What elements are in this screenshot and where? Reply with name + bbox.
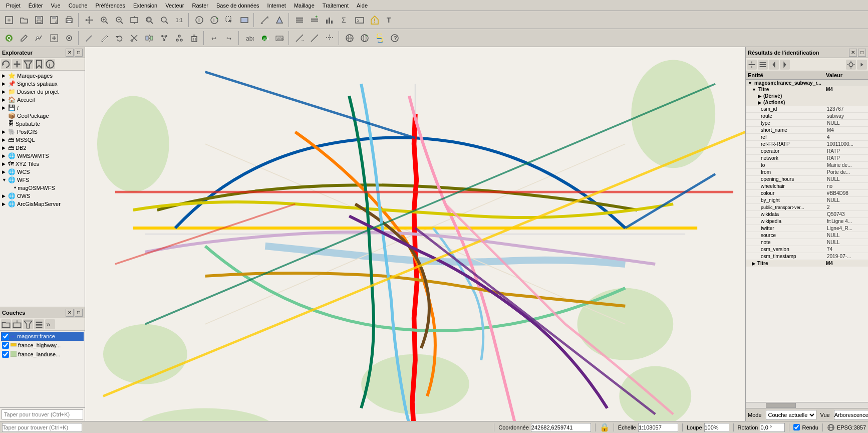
- menu-projet[interactable]: Projet: [2, 2, 25, 10]
- pan-button[interactable]: [82, 13, 96, 27]
- diag2-button[interactable]: [308, 31, 322, 45]
- horiz-scrollbar-thumb[interactable]: [766, 403, 796, 408]
- id-row-type[interactable]: type NULL: [746, 120, 868, 127]
- qgis-logo-button[interactable]: Q: [2, 31, 16, 45]
- menu-extension[interactable]: Extension: [129, 2, 161, 10]
- pencil-button[interactable]: [97, 31, 111, 45]
- zoom-out-button[interactable]: [112, 13, 126, 27]
- tree-item-accueil[interactable]: ▶ 🏠 Accueil: [1, 96, 84, 104]
- menu-internet[interactable]: Internet: [263, 2, 290, 10]
- save-as-button[interactable]: A: [47, 13, 61, 27]
- id-row-ref-fr-ratp[interactable]: ref-FR-RATP 10011000...: [746, 141, 868, 148]
- mode-select[interactable]: Couche actuelle: [766, 410, 816, 420]
- id-derive-section[interactable]: ▶ (Dérivé): [746, 93, 868, 99]
- new-layer-button[interactable]: +: [308, 13, 322, 27]
- id-row-by-night[interactable]: by_night NULL: [746, 197, 868, 204]
- sum-button[interactable]: Σ: [338, 13, 352, 27]
- zoom-in-button[interactable]: [97, 13, 111, 27]
- tree-item-wfs[interactable]: ▼ 🌐 WFS: [1, 176, 84, 184]
- statistics-button[interactable]: [323, 13, 337, 27]
- id-titre-section[interactable]: ▼ Titre M4: [746, 86, 868, 93]
- id-row-to[interactable]: to Mairie de...: [746, 162, 868, 169]
- vue-input[interactable]: [834, 410, 868, 420]
- epsg-item[interactable]: EPSG:3857: [827, 423, 866, 431]
- id-row-osm-version[interactable]: osm_version 74: [746, 246, 868, 253]
- id-prev-btn[interactable]: [769, 60, 779, 70]
- explorer-filter-btn[interactable]: [23, 59, 33, 69]
- save-project-button[interactable]: [32, 13, 46, 27]
- menu-editer[interactable]: Éditer: [25, 2, 47, 10]
- id-row-public-transport[interactable]: public_transport-ver... 2: [746, 204, 868, 211]
- loupe-input[interactable]: [704, 423, 729, 432]
- node-tool-button[interactable]: [172, 31, 186, 45]
- id-row-osm-timestamp[interactable]: osm_timestamp 2019-07-...: [746, 253, 868, 260]
- help-button[interactable]: ?: [388, 31, 402, 45]
- tree-item-xyz[interactable]: ▶ 🗺 XYZ Tiles: [1, 160, 84, 168]
- tree-item-db2[interactable]: ▶ 🗃 DB2: [1, 144, 84, 152]
- menu-preferences[interactable]: Préférences: [92, 2, 129, 10]
- console-button[interactable]: [353, 13, 367, 27]
- tree-item-signets[interactable]: ▶ 📌 Signets spatiaux: [1, 80, 84, 88]
- render-checkbox[interactable]: [793, 424, 800, 430]
- menu-vue[interactable]: Vue: [47, 2, 65, 10]
- globe-button2[interactable]: +: [358, 31, 372, 45]
- zoom-full-button[interactable]: [127, 13, 141, 27]
- map-area[interactable]: [85, 47, 745, 421]
- layers-more-btn[interactable]: »: [45, 319, 55, 329]
- zoom-selection-button[interactable]: [157, 13, 171, 27]
- id-row-wheelchair[interactable]: wheelchair no: [746, 183, 868, 190]
- tree-item-spatialite[interactable]: ▶ 🗄 SpatiaLite: [1, 120, 84, 128]
- id-collapse-btn[interactable]: [758, 60, 768, 70]
- rotation-input[interactable]: [760, 423, 785, 432]
- layer-item-highway[interactable]: france_highway...: [1, 341, 84, 350]
- cut-button[interactable]: [127, 31, 141, 45]
- id-expand-btn[interactable]: [747, 60, 757, 70]
- menu-traitement[interactable]: Traitement: [319, 2, 353, 10]
- id-row-twitter[interactable]: twitter Ligne4_R...: [746, 225, 868, 232]
- id-feature-root[interactable]: ▼ magosm:france_subway_r...: [746, 80, 868, 86]
- vertex-tool-button[interactable]: [157, 31, 171, 45]
- restore-button[interactable]: ↩: [207, 31, 221, 45]
- diag-button[interactable]: →: [293, 31, 307, 45]
- id-row-osm-id[interactable]: osm_id 123767: [746, 106, 868, 113]
- layers-close-btn[interactable]: ✕: [66, 309, 74, 317]
- zoom-layer-button[interactable]: [142, 13, 156, 27]
- explorer-float-btn[interactable]: □: [75, 49, 83, 57]
- id-row-short-name[interactable]: short_name M4: [746, 127, 868, 134]
- id-settings-btn[interactable]: [846, 60, 856, 70]
- menu-couche[interactable]: Couche: [65, 2, 92, 10]
- menu-raster[interactable]: Raster: [188, 2, 212, 10]
- tree-item-marque-pages[interactable]: ▶ ⭐ Marque-pages: [1, 72, 84, 80]
- search-input[interactable]: [2, 409, 83, 419]
- explorer-refresh-btn[interactable]: [1, 59, 11, 69]
- id-row-ref[interactable]: ref 4: [746, 134, 868, 141]
- tree-item-magosm-wfs[interactable]: ▶ • magOSM-WFS: [1, 184, 84, 192]
- layer-info-button[interactable]: [293, 13, 307, 27]
- tree-item-geopackage[interactable]: ▶ 📦 GeoPackage: [1, 112, 84, 120]
- layer-item-magosm[interactable]: 〰 magosm:france: [1, 332, 84, 341]
- tree-item-ows[interactable]: ▶ 🌐 OWS: [1, 192, 84, 200]
- delete-button[interactable]: [187, 31, 201, 45]
- layers-open-btn[interactable]: [1, 319, 11, 329]
- id-row-from[interactable]: from Porte de...: [746, 169, 868, 176]
- measure-button[interactable]: [257, 13, 271, 27]
- menu-aide[interactable]: Aide: [353, 2, 372, 10]
- layer-checkbox-highway[interactable]: [2, 342, 9, 349]
- id-row-source[interactable]: source NULL: [746, 232, 868, 239]
- measure-area-button[interactable]: [272, 13, 286, 27]
- id-actions-section[interactable]: ▶ (Actions): [746, 99, 868, 106]
- identify-button[interactable]: i: [192, 13, 206, 27]
- layers-float-btn[interactable]: □: [75, 309, 83, 317]
- id-menu-btn[interactable]: [857, 60, 867, 70]
- id-row-wikipedia[interactable]: wikipedia fr:Ligne 4...: [746, 218, 868, 225]
- label-config-button[interactable]: abc: [242, 31, 256, 45]
- right-horiz-scrollbar[interactable]: [746, 402, 868, 408]
- explorer-close-btn[interactable]: ✕: [66, 49, 74, 57]
- split-button[interactable]: [142, 31, 156, 45]
- menu-vecteur[interactable]: Vecteur: [161, 2, 188, 10]
- layers-settings-btn[interactable]: [34, 319, 44, 329]
- python-button[interactable]: [373, 31, 387, 45]
- edit-mode-button[interactable]: [17, 31, 31, 45]
- id-titre-footer[interactable]: ▶ Titre M4: [746, 260, 868, 267]
- tree-item-root[interactable]: ▶ 💾 /: [1, 104, 84, 112]
